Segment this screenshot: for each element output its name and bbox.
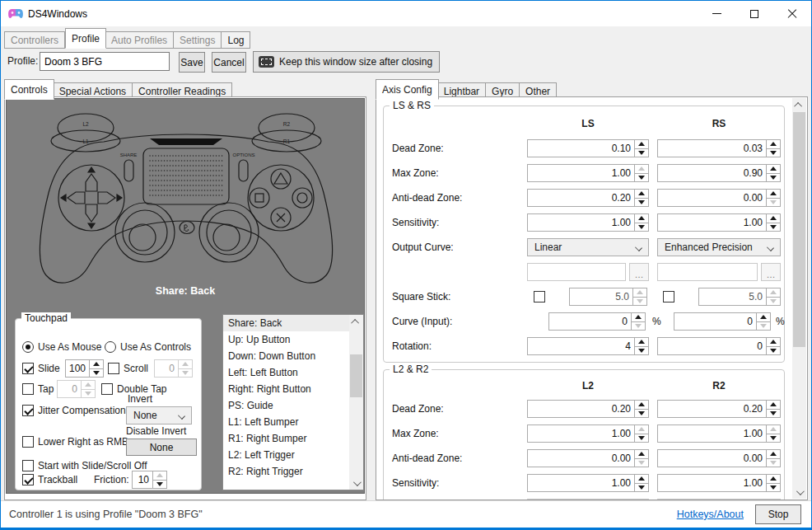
spin-down-button[interactable] [767,148,780,157]
save-button[interactable]: Save [179,52,205,73]
tab-log[interactable]: Log [222,31,250,49]
spin-down-button[interactable] [635,434,648,443]
spin-down-button[interactable] [767,223,780,232]
disable-invert-button[interactable]: None [126,439,197,456]
spin-down-button[interactable] [635,458,648,467]
r2-sensitivity-input[interactable] [657,474,767,492]
l2-dead-zone-input[interactable] [527,400,635,418]
hotkeys-about-link[interactable]: Hotkeys/About [677,509,744,520]
minimize-button[interactable] [698,1,735,26]
spin-up-button[interactable] [767,190,780,198]
spin-down-button[interactable] [635,409,648,418]
invert-dropdown[interactable]: None [126,406,192,424]
controller-diagram[interactable]: L2 L1 R2 R1 SHARE [13,101,359,292]
spin-up-button[interactable] [767,140,780,148]
spin-up-button[interactable] [767,338,780,346]
spin-down-button[interactable] [767,409,780,418]
bindings-scrollbar[interactable] [349,315,363,490]
scrollbar-thumb[interactable] [793,112,805,347]
ls-rotation-input[interactable] [527,337,635,355]
rs-dead-zone-input[interactable] [657,139,767,157]
ls-max-zone-input[interactable] [527,164,635,182]
rs-curve-browse-button[interactable]: … [761,263,781,281]
list-item[interactable]: Right: Right Button [223,381,349,397]
spin-up-button[interactable] [90,360,103,368]
tab-axis-config[interactable]: Axis Config [376,79,439,100]
spin-up-button[interactable] [767,214,780,223]
spin-up-button[interactable] [635,190,648,198]
scroll-down-icon[interactable] [792,485,806,499]
spin-up-button[interactable] [635,338,648,346]
spin-up-button[interactable] [635,140,648,148]
spin-up-button[interactable] [632,313,645,321]
scroll-checkbox[interactable]: Scroll [108,362,148,375]
list-item[interactable]: L2: Left Trigger [223,447,349,463]
ls-anti-dead-input[interactable] [527,189,635,207]
spin-down-button[interactable] [767,198,780,207]
spin-up-button[interactable] [767,425,780,434]
spin-down-button[interactable] [633,297,646,306]
spin-up-button[interactable] [179,360,192,368]
ls-dead-zone-input[interactable] [527,139,635,157]
ls-curve-browse-button[interactable]: … [629,263,649,281]
ls-custom-curve-input[interactable] [527,263,626,281]
use-as-controls-radio[interactable]: Use As Controls [105,340,191,354]
spin-down-button[interactable] [635,148,648,157]
jitter-compensation-checkbox[interactable]: Jitter Compensation [22,404,126,417]
l2-max-zone-input[interactable] [527,424,635,443]
scrollbar-thumb[interactable] [350,354,362,397]
spin-down-button[interactable] [767,458,780,467]
rs-rotation-input[interactable] [657,337,767,355]
spin-up-button[interactable] [635,475,648,483]
ls-output-curve-dropdown[interactable]: Linear [527,238,649,256]
spin-up-button[interactable] [635,450,648,458]
ls-sensitivity-input[interactable] [527,213,635,232]
start-slide-scroll-off-checkbox[interactable]: Start with Slide/Scroll Off [22,459,147,472]
list-item[interactable]: L1: Left Bumper [223,414,349,430]
rs-sensitivity-input[interactable] [657,213,767,232]
lower-right-rmb-checkbox[interactable]: Lower Right as RMB [22,435,128,448]
list-item[interactable]: Left: Left Button [223,364,349,381]
ls-square-stick-checkbox[interactable] [534,291,545,303]
friction-input[interactable] [132,471,153,489]
ls-curve-input[interactable] [548,312,632,331]
spin-up-button[interactable] [635,165,648,173]
list-item[interactable]: Share: Back [223,315,349,331]
r2-anti-dead-input[interactable] [657,449,767,467]
list-item[interactable]: R1: Right Bumper [223,430,349,447]
spin-up-button[interactable] [635,214,648,223]
spin-up-button[interactable] [767,288,780,297]
tab-controllers[interactable]: Controllers [4,31,65,49]
l2-sensitivity-input[interactable] [527,474,635,492]
scroll-up-icon[interactable] [349,315,363,328]
r2-max-zone-input[interactable] [657,424,767,443]
spin-down-button[interactable] [635,346,648,355]
spin-down-button[interactable] [90,368,103,378]
spin-up-button[interactable] [767,450,780,458]
rs-output-curve-dropdown[interactable]: Enhanced Precision [657,238,781,256]
tab-profile[interactable]: Profile [65,28,106,49]
spin-up-button[interactable] [153,471,166,480]
slide-checkbox[interactable]: Slide [22,362,60,375]
spin-down-button[interactable] [767,483,780,492]
rs-square-stick-checkbox[interactable] [663,291,674,303]
spin-down-button[interactable] [635,483,648,492]
rs-curve-input[interactable] [674,312,757,331]
scroll-down-icon[interactable] [349,476,363,490]
spin-down-button[interactable] [767,434,780,443]
scroll-up-icon[interactable] [792,98,806,111]
spin-down-button[interactable] [635,198,648,207]
list-item[interactable]: PS: Guide [223,397,349,414]
spin-down-button[interactable] [179,368,192,378]
spin-up-button[interactable] [635,401,648,409]
spin-down-button[interactable] [153,480,166,489]
spin-up-button[interactable] [82,381,95,389]
spin-up-button[interactable] [767,165,780,173]
trackball-checkbox[interactable]: Trackball [22,473,77,486]
spin-down-button[interactable] [632,321,645,331]
tab-settings[interactable]: Settings [174,31,222,49]
list-item[interactable]: R2: Right Trigger [223,463,349,480]
rs-custom-curve-input[interactable] [657,263,758,281]
slide-sensitivity-input[interactable] [65,359,90,378]
spin-down-button[interactable] [767,297,780,306]
